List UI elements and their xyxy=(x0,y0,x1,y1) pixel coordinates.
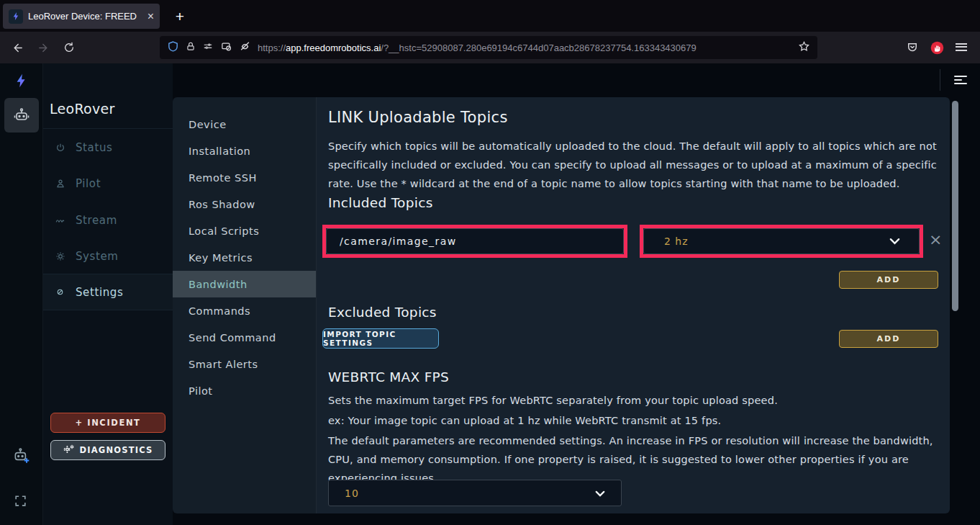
browser-tab[interactable]: LeoRover Device: FREED × xyxy=(3,4,160,29)
tab-title: LeoRover Device: FREED xyxy=(28,11,142,22)
menu-item-smart-alerts[interactable]: Smart Alerts xyxy=(173,351,316,377)
bandwidth-settings-content: LINK Uploadable Topics Specify which top… xyxy=(317,97,950,513)
webrtc-line2: ex: Your image topic can upload at 1 hz … xyxy=(328,411,945,430)
sidebar-item-label: System xyxy=(76,250,119,263)
menu-item-bandwidth[interactable]: Bandwidth xyxy=(173,271,316,297)
sidebar-item-label: Settings xyxy=(76,286,123,299)
sidebar-item-pilot[interactable]: Pilot xyxy=(43,165,173,202)
included-topics-heading: Included Topics xyxy=(328,195,433,210)
blocker-extension-icon[interactable] xyxy=(928,39,945,56)
annotation-highlight-topic-input xyxy=(322,225,627,258)
browser-chrome: LeoRover Device: FREED × + xyxy=(0,0,980,63)
sidebar-item-stream[interactable]: Stream xyxy=(43,202,173,238)
fullscreen-icon[interactable] xyxy=(14,494,27,511)
chevron-down-icon xyxy=(595,488,605,499)
import-topic-settings-button[interactable]: IMPORT TOPIC SETTINGS xyxy=(322,328,439,349)
settings-menu: Device Installation Remote SSH Ros Shado… xyxy=(173,97,317,513)
tab-strip: LeoRover Device: FREED × + xyxy=(0,0,980,32)
webrtc-fps-value: 10 xyxy=(345,488,359,499)
url-bar[interactable]: https://app.freedomrobotics.ai/?__hstc=5… xyxy=(160,36,817,59)
menu-item-pilot[interactable]: Pilot xyxy=(173,377,316,404)
browser-toolbar: https://app.freedomrobotics.ai/?__hstc=5… xyxy=(0,32,980,63)
pocket-icon[interactable] xyxy=(904,39,921,56)
back-button[interactable] xyxy=(7,37,27,58)
diagnostics-button[interactable]: DIAGNOSTICS xyxy=(50,440,165,460)
sidebar-item-status[interactable]: Status xyxy=(43,129,173,166)
webrtc-line1: Sets the maximum target FPS for WebRTC s… xyxy=(328,391,945,410)
annotation-highlight-rate-select: 2 hz xyxy=(640,225,923,258)
remove-topic-button[interactable]: × xyxy=(929,234,942,246)
app-menu-icon[interactable] xyxy=(956,39,973,56)
topbar-divider xyxy=(940,69,940,91)
new-tab-button[interactable]: + xyxy=(170,6,190,27)
topic-name-input[interactable] xyxy=(326,228,624,254)
sidebar-item-settings[interactable]: Settings xyxy=(43,274,173,310)
forward-button[interactable] xyxy=(33,37,53,58)
menu-item-send-command[interactable]: Send Command xyxy=(173,324,316,351)
menu-item-device[interactable]: Device xyxy=(173,111,316,138)
menu-item-key-metrics[interactable]: Key Metrics xyxy=(173,244,316,271)
tab-close-icon[interactable]: × xyxy=(148,11,154,22)
add-included-topic-button[interactable]: ADD xyxy=(839,271,938,289)
power-gauge-icon xyxy=(55,143,65,153)
notifications-blocked-icon[interactable] xyxy=(239,40,251,55)
tab-favicon-bolt-icon xyxy=(9,9,23,24)
diagnostics-label: DIAGNOSTICS xyxy=(79,445,153,455)
activity-filter-icon[interactable] xyxy=(954,76,967,86)
autoplay-blocked-icon[interactable] xyxy=(220,41,232,55)
webrtc-fps-select[interactable]: 10 xyxy=(328,480,622,506)
menu-item-commands[interactable]: Commands xyxy=(173,297,316,324)
settings-icon xyxy=(55,287,65,297)
menu-item-local-scripts[interactable]: Local Scripts xyxy=(173,217,316,244)
chevron-down-icon xyxy=(889,235,900,247)
link-topics-description: Specify which topics will be automatical… xyxy=(328,137,945,194)
bookmark-star-icon[interactable] xyxy=(798,40,810,55)
rate-select[interactable]: 2 hz xyxy=(643,228,920,254)
lock-icon[interactable] xyxy=(186,41,196,55)
sidebar-item-label: Status xyxy=(76,141,112,154)
reload-button[interactable] xyxy=(59,37,79,58)
excluded-topics-heading: Excluded Topics xyxy=(328,305,437,320)
menu-item-remote-ssh[interactable]: Remote SSH xyxy=(173,164,316,191)
app-rail xyxy=(0,63,43,525)
sidebar-item-label: Pilot xyxy=(76,177,101,190)
menu-item-installation[interactable]: Installation xyxy=(173,138,316,164)
device-name: LeoRover xyxy=(50,101,115,117)
add-device-robot-plus-icon[interactable] xyxy=(12,447,31,468)
pilot-person-icon xyxy=(55,179,65,189)
add-excluded-topic-button[interactable]: ADD xyxy=(839,330,938,348)
device-tile-robot-icon[interactable] xyxy=(4,98,39,133)
sidebar-item-label: Stream xyxy=(76,214,117,227)
url-fade xyxy=(767,37,796,58)
menu-item-ros-shadow[interactable]: Ros Shadow xyxy=(173,191,316,217)
webrtc-max-fps-heading: WEBRTC MAX FPS xyxy=(328,369,449,385)
url-text: https://app.freedomrobotics.ai/?__hstc=5… xyxy=(258,42,791,53)
sidebar-item-system[interactable]: System xyxy=(43,238,173,274)
content-scrollbar[interactable] xyxy=(952,101,958,311)
section-title-link-uploadable-topics: LINK Uploadable Topics xyxy=(328,109,508,126)
permissions-icon[interactable] xyxy=(202,41,214,54)
tracking-protection-shield-icon[interactable] xyxy=(167,40,179,55)
incident-button[interactable]: + INCIDENT xyxy=(50,413,165,433)
rate-value: 2 hz xyxy=(664,235,689,247)
gear-icon xyxy=(55,251,65,261)
gears-icon xyxy=(63,444,75,457)
freedom-robotics-app: LeoRover Status Pilot Stream System xyxy=(0,63,980,525)
device-sidebar: LeoRover Status Pilot Stream System xyxy=(43,63,173,525)
stream-waves-icon xyxy=(55,215,65,225)
app-logo-bolt-icon xyxy=(14,72,30,92)
